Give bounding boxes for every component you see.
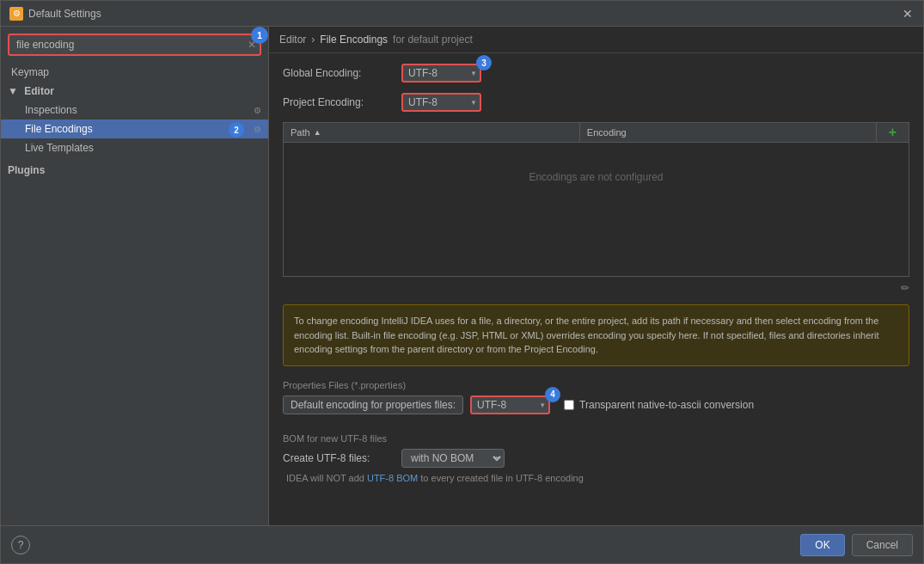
encoding-column-header: Encoding (580, 123, 876, 142)
global-encoding-row: Global Encoding: UTF-8 UTF-16 ISO-8859-1… (283, 64, 909, 83)
footer: ? OK Cancel (1, 525, 923, 563)
search-input[interactable] (8, 34, 261, 56)
bom-note: IDEA will NOT add UTF-8 BOM to every cre… (283, 473, 909, 483)
properties-title: Properties Files (*.properties) (283, 380, 909, 390)
table-header: Path ▲ Encoding + (284, 123, 909, 143)
panel-content: Global Encoding: UTF-8 UTF-16 ISO-8859-1… (269, 53, 923, 525)
project-encoding-select-wrapper: UTF-8 UTF-16 ISO-8859-1 (401, 93, 481, 112)
properties-row: Default encoding for properties files: U… (283, 395, 909, 414)
breadcrumb-suffix: for default project (393, 34, 473, 46)
sidebar-item-keymap[interactable]: Keymap (1, 63, 268, 82)
properties-encoding-select[interactable]: UTF-8 UTF-16 ISO-8859-1 (470, 395, 550, 414)
search-box-container: ✕ 1 (8, 34, 261, 56)
sidebar-item-inspections[interactable]: Inspections ⚙ (1, 101, 268, 120)
global-encoding-label: Global Encoding: (283, 67, 395, 79)
bom-create-label: Create UTF-8 files: (283, 452, 395, 464)
breadcrumb: Editor › File Encodings for default proj… (269, 27, 923, 53)
annotation-badge-4: 4 (545, 387, 560, 402)
sidebar-section-editor[interactable]: Editor (1, 82, 268, 101)
edit-icon[interactable]: ✏ (901, 282, 909, 294)
global-encoding-select-wrapper: UTF-8 UTF-16 ISO-8859-1 (401, 64, 481, 83)
bom-select-wrapper: with NO BOM with BOM (401, 449, 505, 468)
annotation-badge-2: 2 (229, 122, 244, 138)
footer-buttons: OK Cancel (800, 534, 913, 556)
breadcrumb-editor: Editor (279, 34, 306, 46)
window-title: Default Settings (28, 8, 101, 20)
default-settings-window: ⚙ Default Settings ✕ ✕ 1 Keymap Editor (0, 0, 924, 564)
sidebar-section-plugins[interactable]: Plugins (1, 157, 268, 180)
title-bar: ⚙ Default Settings ✕ (1, 1, 923, 27)
global-encoding-select[interactable]: UTF-8 UTF-16 ISO-8859-1 (401, 64, 481, 83)
bom-create-row: Create UTF-8 files: with NO BOM with BOM (283, 449, 909, 468)
title-bar-left: ⚙ Default Settings (9, 7, 101, 21)
annotation-badge-3: 3 (476, 55, 492, 70)
sidebar-item-file-encodings[interactable]: File Encodings ⚙ 2 (1, 120, 268, 138)
add-encoding-button[interactable]: + (882, 123, 903, 142)
right-panel: Editor › File Encodings for default proj… (269, 27, 923, 525)
cancel-button[interactable]: Cancel (852, 534, 913, 556)
app-icon: ⚙ (9, 7, 23, 21)
info-box: To change encoding IntelliJ IDEA uses fo… (283, 304, 909, 366)
utf8-bom-link[interactable]: UTF-8 BOM (367, 473, 418, 483)
path-column-header[interactable]: Path ▲ (284, 123, 580, 142)
inspections-settings-icon: ⚙ (254, 106, 261, 115)
transparent-conversion-row: Transparent native-to-ascii conversion (564, 399, 754, 411)
properties-section: Properties Files (*.properties) Default … (283, 380, 909, 420)
close-button[interactable]: ✕ (901, 7, 915, 21)
table-empty-message: Encodings are not configured (284, 143, 909, 212)
file-encodings-settings-icon: ⚙ (254, 125, 261, 134)
ok-button[interactable]: OK (800, 534, 844, 556)
sidebar-item-live-templates[interactable]: Live Templates (1, 138, 268, 157)
encodings-table: Path ▲ Encoding + Encodings are not conf… (283, 122, 909, 277)
breadcrumb-separator: › (311, 34, 315, 46)
bom-section: BOM for new UTF-8 files Create UTF-8 fil… (283, 433, 909, 483)
transparent-conversion-checkbox[interactable] (564, 400, 574, 410)
transparent-conversion-label: Transparent native-to-ascii conversion (579, 399, 754, 411)
properties-encoding-select-wrapper: UTF-8 UTF-16 ISO-8859-1 (470, 395, 550, 414)
main-content: ✕ 1 Keymap Editor Inspections ⚙ File Enc… (1, 27, 923, 525)
sort-arrow-icon: ▲ (314, 128, 321, 137)
help-button[interactable]: ? (11, 536, 30, 555)
project-encoding-label: Project Encoding: (283, 96, 395, 108)
breadcrumb-current: File Encodings (320, 34, 388, 46)
properties-default-label: Default encoding for properties files: (283, 395, 463, 414)
bom-title: BOM for new UTF-8 files (283, 433, 909, 444)
sidebar: ✕ 1 Keymap Editor Inspections ⚙ File Enc… (1, 27, 269, 525)
annotation-badge-1: 1 (251, 27, 268, 44)
project-encoding-row: Project Encoding: UTF-8 UTF-16 ISO-8859-… (283, 93, 909, 112)
project-encoding-select[interactable]: UTF-8 UTF-16 ISO-8859-1 (401, 93, 481, 112)
bom-create-select[interactable]: with NO BOM with BOM (401, 449, 505, 468)
